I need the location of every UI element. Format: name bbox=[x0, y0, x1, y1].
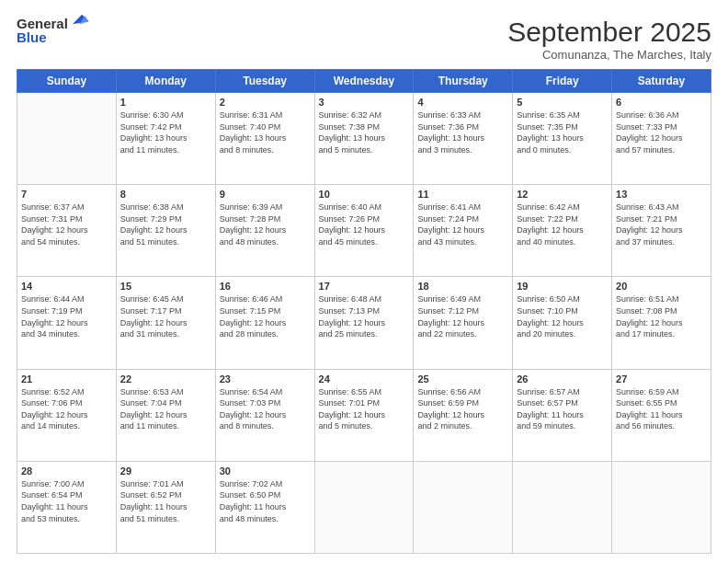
table-row: 22Sunrise: 6:53 AM Sunset: 7:04 PM Dayli… bbox=[116, 369, 215, 461]
table-row bbox=[314, 461, 414, 553]
day-info: Sunrise: 6:45 AM Sunset: 7:17 PM Dayligh… bbox=[120, 293, 211, 339]
day-info: Sunrise: 6:50 AM Sunset: 7:10 PM Dayligh… bbox=[517, 293, 608, 339]
day-info: Sunrise: 6:33 AM Sunset: 7:36 PM Dayligh… bbox=[417, 109, 508, 155]
month-title: September 2025 bbox=[507, 17, 711, 48]
table-row: 15Sunrise: 6:45 AM Sunset: 7:17 PM Dayli… bbox=[116, 277, 215, 369]
table-row: 30Sunrise: 7:02 AM Sunset: 6:50 PM Dayli… bbox=[215, 461, 314, 553]
day-number: 27 bbox=[616, 373, 707, 385]
day-info: Sunrise: 6:32 AM Sunset: 7:38 PM Dayligh… bbox=[319, 109, 410, 155]
location-subtitle: Comunanza, The Marches, Italy bbox=[507, 48, 711, 62]
day-info: Sunrise: 6:54 AM Sunset: 7:03 PM Dayligh… bbox=[220, 386, 311, 432]
day-number: 7 bbox=[21, 189, 112, 200]
day-number: 13 bbox=[616, 189, 707, 200]
day-number: 15 bbox=[120, 281, 211, 292]
table-row: 3Sunrise: 6:32 AM Sunset: 7:38 PM Daylig… bbox=[314, 93, 414, 185]
table-row bbox=[612, 461, 711, 553]
col-friday: Friday bbox=[513, 70, 612, 93]
day-number: 29 bbox=[120, 465, 211, 477]
table-row: 23Sunrise: 6:54 AM Sunset: 7:03 PM Dayli… bbox=[215, 369, 314, 461]
table-row: 16Sunrise: 6:46 AM Sunset: 7:15 PM Dayli… bbox=[215, 277, 314, 369]
day-info: Sunrise: 6:52 AM Sunset: 7:06 PM Dayligh… bbox=[21, 386, 112, 432]
day-number: 9 bbox=[220, 189, 311, 200]
day-number: 10 bbox=[319, 189, 410, 200]
table-row: 24Sunrise: 6:55 AM Sunset: 7:01 PM Dayli… bbox=[314, 369, 414, 461]
table-row: 4Sunrise: 6:33 AM Sunset: 7:36 PM Daylig… bbox=[414, 93, 513, 185]
calendar-table: Sunday Monday Tuesday Wednesday Thursday… bbox=[17, 69, 711, 554]
table-row: 10Sunrise: 6:40 AM Sunset: 7:26 PM Dayli… bbox=[314, 185, 414, 277]
day-info: Sunrise: 6:39 AM Sunset: 7:28 PM Dayligh… bbox=[220, 201, 311, 247]
logo: General Blue bbox=[17, 17, 90, 44]
table-row: 28Sunrise: 7:00 AM Sunset: 6:54 PM Dayli… bbox=[17, 461, 117, 553]
table-row: 25Sunrise: 6:56 AM Sunset: 6:59 PM Dayli… bbox=[414, 369, 513, 461]
table-row: 2Sunrise: 6:31 AM Sunset: 7:40 PM Daylig… bbox=[215, 93, 314, 185]
calendar-header-row: Sunday Monday Tuesday Wednesday Thursday… bbox=[17, 70, 711, 93]
day-info: Sunrise: 6:37 AM Sunset: 7:31 PM Dayligh… bbox=[21, 201, 112, 247]
col-sunday: Sunday bbox=[17, 70, 117, 93]
day-number: 20 bbox=[616, 281, 707, 292]
day-info: Sunrise: 6:51 AM Sunset: 7:08 PM Dayligh… bbox=[616, 293, 707, 339]
day-number: 28 bbox=[21, 465, 112, 477]
day-info: Sunrise: 6:59 AM Sunset: 6:55 PM Dayligh… bbox=[616, 386, 707, 432]
day-number: 30 bbox=[220, 465, 311, 477]
table-row: 26Sunrise: 6:57 AM Sunset: 6:57 PM Dayli… bbox=[513, 369, 612, 461]
day-info: Sunrise: 6:49 AM Sunset: 7:12 PM Dayligh… bbox=[417, 293, 508, 339]
day-info: Sunrise: 6:57 AM Sunset: 6:57 PM Dayligh… bbox=[517, 386, 608, 432]
day-number: 5 bbox=[517, 97, 608, 108]
day-number: 21 bbox=[21, 373, 112, 385]
day-number: 19 bbox=[517, 281, 608, 292]
day-info: Sunrise: 6:30 AM Sunset: 7:42 PM Dayligh… bbox=[120, 109, 211, 155]
table-row: 7Sunrise: 6:37 AM Sunset: 7:31 PM Daylig… bbox=[17, 185, 117, 277]
table-row: 5Sunrise: 6:35 AM Sunset: 7:35 PM Daylig… bbox=[513, 93, 612, 185]
calendar-week-4: 21Sunrise: 6:52 AM Sunset: 7:06 PM Dayli… bbox=[17, 369, 711, 461]
day-number: 11 bbox=[417, 189, 508, 200]
day-info: Sunrise: 6:42 AM Sunset: 7:22 PM Dayligh… bbox=[517, 201, 608, 247]
day-info: Sunrise: 7:00 AM Sunset: 6:54 PM Dayligh… bbox=[21, 478, 112, 524]
day-info: Sunrise: 6:46 AM Sunset: 7:15 PM Dayligh… bbox=[220, 293, 311, 339]
day-info: Sunrise: 6:53 AM Sunset: 7:04 PM Dayligh… bbox=[120, 386, 211, 432]
table-row bbox=[513, 461, 612, 553]
col-monday: Monday bbox=[116, 70, 215, 93]
day-info: Sunrise: 6:31 AM Sunset: 7:40 PM Dayligh… bbox=[220, 109, 311, 155]
calendar-week-5: 28Sunrise: 7:00 AM Sunset: 6:54 PM Dayli… bbox=[17, 461, 711, 553]
day-number: 25 bbox=[417, 373, 508, 385]
table-row: 8Sunrise: 6:38 AM Sunset: 7:29 PM Daylig… bbox=[116, 185, 215, 277]
day-number: 22 bbox=[120, 373, 211, 385]
day-number: 4 bbox=[417, 97, 508, 108]
table-row: 17Sunrise: 6:48 AM Sunset: 7:13 PM Dayli… bbox=[314, 277, 414, 369]
day-info: Sunrise: 6:48 AM Sunset: 7:13 PM Dayligh… bbox=[319, 293, 410, 339]
day-number: 6 bbox=[616, 97, 707, 108]
table-row: 18Sunrise: 6:49 AM Sunset: 7:12 PM Dayli… bbox=[414, 277, 513, 369]
page: General Blue September 2025 Comunanza, T… bbox=[0, 0, 728, 563]
day-number: 8 bbox=[120, 189, 211, 200]
table-row: 21Sunrise: 6:52 AM Sunset: 7:06 PM Dayli… bbox=[17, 369, 117, 461]
day-info: Sunrise: 6:56 AM Sunset: 6:59 PM Dayligh… bbox=[417, 386, 508, 432]
table-row: 12Sunrise: 6:42 AM Sunset: 7:22 PM Dayli… bbox=[513, 185, 612, 277]
calendar-week-1: 1Sunrise: 6:30 AM Sunset: 7:42 PM Daylig… bbox=[17, 93, 711, 185]
day-info: Sunrise: 6:38 AM Sunset: 7:29 PM Dayligh… bbox=[120, 201, 211, 247]
header: General Blue September 2025 Comunanza, T… bbox=[17, 17, 711, 62]
day-number: 23 bbox=[220, 373, 311, 385]
table-row: 13Sunrise: 6:43 AM Sunset: 7:21 PM Dayli… bbox=[612, 185, 711, 277]
day-info: Sunrise: 7:02 AM Sunset: 6:50 PM Dayligh… bbox=[220, 478, 311, 524]
day-number: 14 bbox=[21, 281, 112, 292]
day-info: Sunrise: 6:43 AM Sunset: 7:21 PM Dayligh… bbox=[616, 201, 707, 247]
day-number: 16 bbox=[220, 281, 311, 292]
day-number: 3 bbox=[319, 97, 410, 108]
day-number: 17 bbox=[319, 281, 410, 292]
table-row bbox=[414, 461, 513, 553]
col-wednesday: Wednesday bbox=[314, 70, 414, 93]
logo-blue: Blue bbox=[17, 30, 68, 44]
table-row: 27Sunrise: 6:59 AM Sunset: 6:55 PM Dayli… bbox=[612, 369, 711, 461]
day-number: 1 bbox=[120, 97, 211, 108]
day-number: 18 bbox=[417, 281, 508, 292]
calendar-week-3: 14Sunrise: 6:44 AM Sunset: 7:19 PM Dayli… bbox=[17, 277, 711, 369]
calendar-week-2: 7Sunrise: 6:37 AM Sunset: 7:31 PM Daylig… bbox=[17, 185, 711, 277]
table-row bbox=[17, 93, 117, 185]
col-saturday: Saturday bbox=[612, 70, 711, 93]
table-row: 14Sunrise: 6:44 AM Sunset: 7:19 PM Dayli… bbox=[17, 277, 117, 369]
day-number: 2 bbox=[220, 97, 311, 108]
table-row: 6Sunrise: 6:36 AM Sunset: 7:33 PM Daylig… bbox=[612, 93, 711, 185]
day-info: Sunrise: 6:40 AM Sunset: 7:26 PM Dayligh… bbox=[319, 201, 410, 247]
table-row: 1Sunrise: 6:30 AM Sunset: 7:42 PM Daylig… bbox=[116, 93, 215, 185]
table-row: 19Sunrise: 6:50 AM Sunset: 7:10 PM Dayli… bbox=[513, 277, 612, 369]
